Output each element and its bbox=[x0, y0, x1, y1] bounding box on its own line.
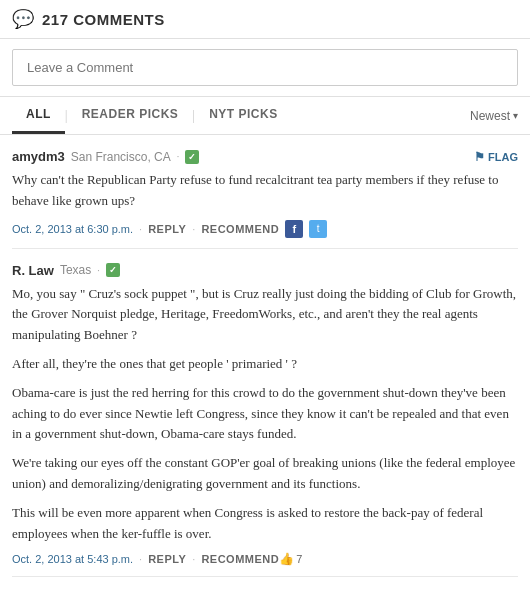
commenter-name: amydm3 bbox=[12, 149, 65, 164]
recommend-link[interactable]: RECOMMEND bbox=[201, 223, 279, 235]
tabs-left: ALL | READER PICKS | NYT PICKS bbox=[12, 97, 292, 134]
dot-sep: · bbox=[177, 151, 180, 162]
comments-count-title: 217 COMMENTS bbox=[42, 11, 165, 28]
action-sep-2: · bbox=[192, 553, 195, 565]
tabs-bar: ALL | READER PICKS | NYT PICKS Newest ▾ bbox=[0, 97, 530, 135]
recommend-link[interactable]: RECOMMEND bbox=[201, 553, 279, 565]
comment-item: R. Law Texas · ✓ Mo, you say " Cruz's so… bbox=[12, 249, 518, 578]
action-sep-1: · bbox=[139, 223, 142, 235]
tab-reader-picks[interactable]: READER PICKS bbox=[68, 97, 193, 134]
comments-bubble-icon: 💬 bbox=[12, 8, 34, 30]
social-icons: f t bbox=[285, 220, 327, 238]
thumbs-icon: 👍 bbox=[279, 552, 294, 566]
comment-meta-left: amydm3 San Francisco, CA · ✓ bbox=[12, 149, 199, 164]
action-sep-2: · bbox=[192, 223, 195, 235]
tab-all[interactable]: ALL bbox=[12, 97, 65, 134]
comment-item: amydm3 San Francisco, CA · ✓ ⚑ FLAG Why … bbox=[12, 135, 518, 249]
facebook-icon[interactable]: f bbox=[285, 220, 303, 238]
verified-badge: ✓ bbox=[106, 263, 120, 277]
comment-date: Oct. 2, 2013 at 6:30 p.m. bbox=[12, 223, 133, 235]
twitter-icon[interactable]: t bbox=[309, 220, 327, 238]
comment-actions: Oct. 2, 2013 at 5:43 p.m. · REPLY · RECO… bbox=[12, 552, 518, 566]
comment-meta: R. Law Texas · ✓ bbox=[12, 263, 518, 278]
sort-dropdown[interactable]: Newest ▾ bbox=[470, 109, 518, 123]
comment-meta: amydm3 San Francisco, CA · ✓ ⚑ FLAG bbox=[12, 149, 518, 164]
flag-button[interactable]: ⚑ FLAG bbox=[474, 150, 518, 164]
dot-sep: · bbox=[97, 265, 100, 276]
flag-icon: ⚑ bbox=[474, 150, 485, 164]
flag-label: FLAG bbox=[488, 151, 518, 163]
sort-arrow-icon: ▾ bbox=[513, 110, 518, 121]
action-sep-1: · bbox=[139, 553, 142, 565]
comments-list: amydm3 San Francisco, CA · ✓ ⚑ FLAG Why … bbox=[0, 135, 530, 577]
commenter-location: Texas bbox=[60, 263, 91, 277]
reply-link[interactable]: REPLY bbox=[148, 223, 186, 235]
sort-label: Newest bbox=[470, 109, 510, 123]
comment-actions: Oct. 2, 2013 at 6:30 p.m. · REPLY · RECO… bbox=[12, 220, 518, 238]
comment-body: Mo, you say " Cruz's sock puppet ", but … bbox=[12, 284, 518, 545]
comment-meta-left: R. Law Texas · ✓ bbox=[12, 263, 120, 278]
comments-header: 💬 217 COMMENTS bbox=[0, 0, 530, 39]
reply-link[interactable]: REPLY bbox=[148, 553, 186, 565]
comment-body: Why can't the Republican Party refuse to… bbox=[12, 170, 518, 212]
comment-date: Oct. 2, 2013 at 5:43 p.m. bbox=[12, 553, 133, 565]
recommend-count: 7 bbox=[296, 553, 302, 565]
tab-nyt-picks[interactable]: NYT PICKS bbox=[195, 97, 292, 134]
commenter-name: R. Law bbox=[12, 263, 54, 278]
comment-input-area bbox=[0, 39, 530, 97]
leave-comment-input[interactable] bbox=[12, 49, 518, 86]
commenter-location: San Francisco, CA bbox=[71, 150, 171, 164]
verified-badge: ✓ bbox=[185, 150, 199, 164]
